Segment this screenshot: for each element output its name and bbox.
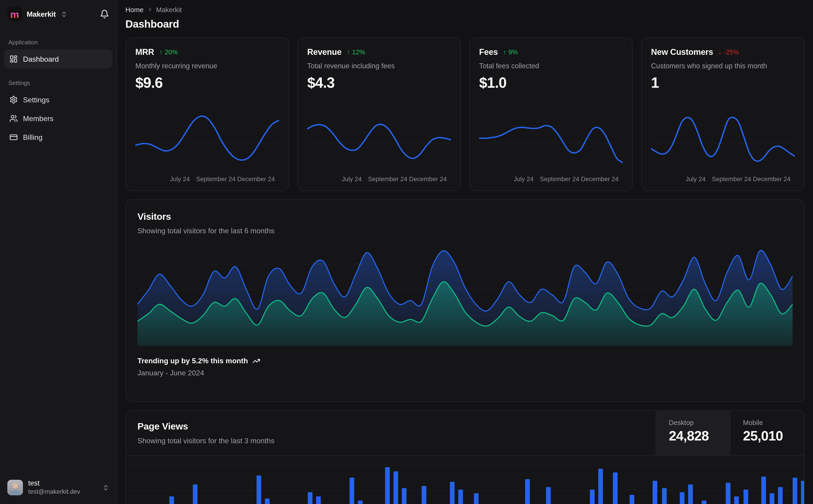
page-views-bar	[702, 501, 707, 504]
breadcrumb: Home Makerkit	[125, 5, 805, 14]
page-views-bar	[474, 493, 479, 504]
trend-badge: ↑12%	[347, 48, 365, 56]
page-views-bar	[662, 488, 667, 504]
main-content: Home Makerkit Dashboard MRR ↑20% Monthly…	[117, 0, 813, 504]
page-views-bar	[316, 496, 321, 504]
page-views-bar	[393, 471, 398, 504]
trend-value: 12%	[352, 48, 365, 56]
page-views-bar	[525, 479, 530, 504]
fees-sparkline-chart	[479, 110, 623, 172]
page-views-bar	[349, 478, 354, 504]
makerkit-dashboard-app: m Makerkit Application Dashboard Setting…	[0, 0, 813, 504]
layout-dashboard-icon	[9, 55, 18, 63]
user-menu[interactable]: test test@makerkit.dev	[0, 473, 116, 504]
sparkline-axis: July 24 September 24 December 24	[307, 174, 451, 184]
page-views-bar	[257, 475, 262, 504]
page-views-bar	[770, 493, 774, 504]
visitors-trend-line: Trending up by 5.2% this month	[137, 356, 793, 365]
trend-badge: ↑20%	[159, 48, 178, 56]
toggle-value: 25,010	[743, 428, 804, 444]
breadcrumb-current: Makerkit	[156, 5, 181, 13]
stat-value: $9.6	[135, 75, 279, 91]
user-meta: test test@makerkit.dev	[28, 479, 80, 496]
axis-label: December 24	[581, 175, 619, 183]
credit-card-icon	[9, 133, 18, 142]
trending-up-icon	[252, 357, 260, 365]
gear-icon	[9, 95, 18, 104]
page-views-bar	[653, 481, 658, 504]
page-views-bar	[358, 501, 363, 504]
new-customers-sparkline-chart	[651, 110, 795, 172]
mrr-sparkline-chart	[135, 110, 279, 172]
page-views-bar	[630, 495, 635, 504]
page-views-bar	[793, 478, 797, 504]
gridline	[126, 490, 804, 491]
axis-label: December 24	[237, 175, 275, 183]
axis-label: September 24	[540, 175, 579, 183]
breadcrumb-home-link[interactable]: Home	[125, 5, 143, 13]
page-views-bar	[744, 490, 748, 504]
axis-label: July 24	[342, 175, 362, 183]
visitors-card: Visitors Showing total visitors for the …	[125, 199, 805, 402]
stat-value: $4.3	[307, 75, 451, 91]
page-views-header: Page Views Showing total visitors for th…	[126, 411, 804, 456]
page-views-bar	[801, 481, 805, 504]
toggle-desktop[interactable]: Desktop 24,828	[656, 411, 730, 455]
page-views-bar	[680, 492, 685, 504]
sidebar-item-members[interactable]: Members	[4, 109, 112, 128]
page-views-bar	[546, 487, 551, 504]
chevrons-up-down-icon	[60, 11, 67, 18]
trend-up-arrow-icon: ↑	[503, 48, 506, 56]
page-views-bar	[450, 482, 455, 504]
page-views-bar	[385, 467, 390, 504]
stat-description: Total fees collected	[479, 62, 623, 70]
axis-label: December 24	[409, 175, 447, 183]
stat-value: $1.0	[479, 75, 623, 91]
sidebar-item-label: Billing	[23, 133, 43, 142]
trend-down-arrow-icon: ↓	[718, 48, 722, 56]
toggle-label: Mobile	[743, 419, 804, 426]
sidebar-item-dashboard[interactable]: Dashboard	[4, 50, 112, 68]
workspace-switcher[interactable]: m Makerkit	[0, 0, 116, 28]
page-views-titles: Page Views Showing total visitors for th…	[126, 411, 656, 455]
user-email: test@makerkit.dev	[28, 488, 80, 496]
sparkline-axis: July 24 September 24 December 24	[651, 174, 795, 184]
axis-label: September 24	[368, 175, 407, 183]
stat-title: New Customers	[651, 48, 713, 57]
sidebar-item-label: Dashboard	[23, 55, 59, 63]
settings-nav: Settings Members Billing	[0, 90, 116, 147]
trend-value: 20%	[165, 48, 178, 56]
trend-badge: ↑9%	[503, 48, 518, 56]
trend-value: -25%	[724, 48, 739, 56]
sparkline-wrap: July 24 September 24 December 24	[651, 110, 795, 186]
toggle-label: Desktop	[669, 419, 730, 426]
stat-cards-row: MRR ↑20% Monthly recurring revenue $9.6 …	[125, 37, 805, 191]
page-views-bar	[308, 492, 313, 504]
visitors-subtitle: Showing total visitors for the last 6 mo…	[137, 227, 793, 235]
axis-label: July 24	[514, 175, 533, 183]
stat-description: Customers who signed up this month	[651, 62, 795, 70]
stat-value: 1	[651, 75, 795, 91]
sparkline-axis: July 24 September 24 December 24	[135, 174, 279, 184]
visitors-title: Visitors	[137, 211, 793, 222]
page-views-bar-chart	[126, 456, 804, 504]
visitors-area-chart	[137, 244, 793, 346]
page-title: Dashboard	[125, 18, 805, 30]
page-views-bar	[778, 487, 783, 504]
chevrons-up-down-icon	[102, 484, 109, 491]
page-views-bar	[761, 477, 766, 504]
trend-badge: ↓-25%	[718, 48, 739, 56]
sidebar-item-settings[interactable]: Settings	[4, 90, 112, 109]
bell-icon[interactable]	[100, 9, 109, 19]
toggle-mobile[interactable]: Mobile 25,010	[730, 411, 804, 455]
stat-description: Total revenue including fees	[307, 62, 451, 70]
axis-label: July 24	[686, 175, 706, 183]
axis-label: September 24	[712, 175, 751, 183]
page-views-bar	[688, 484, 693, 504]
stat-card-new-customers: New Customers ↓-25% Customers who signed…	[641, 37, 805, 191]
stat-card-revenue: Revenue ↑12% Total revenue including fee…	[297, 37, 461, 191]
trend-up-arrow-icon: ↑	[159, 48, 162, 56]
sidebar: m Makerkit Application Dashboard Setting…	[0, 0, 117, 504]
visitors-date-range: January - June 2024	[137, 369, 793, 377]
sidebar-item-billing[interactable]: Billing	[4, 128, 112, 147]
